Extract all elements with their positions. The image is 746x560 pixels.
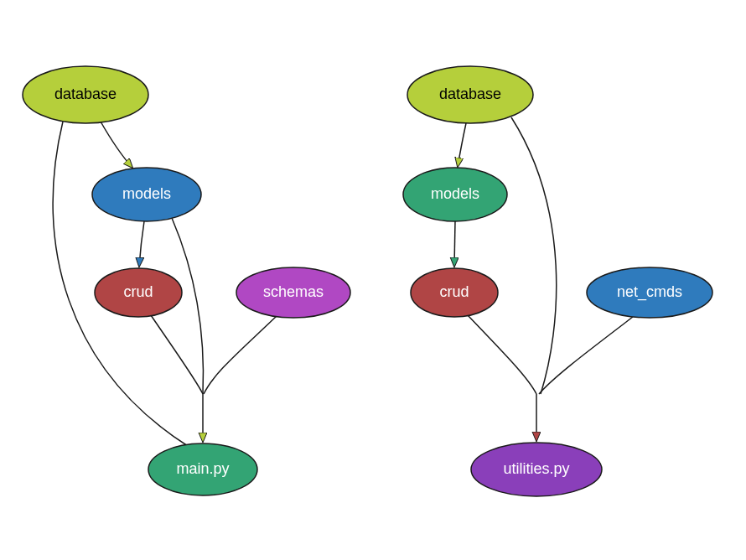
left-graph: database models crud schemas main.py: [23, 66, 350, 495]
edge-models-crud-r: [454, 221, 455, 267]
node-crud-right: crud: [411, 268, 498, 317]
node-database-left: database: [23, 66, 148, 123]
node-label: utilities.py: [503, 460, 569, 477]
edge-models-main: [172, 218, 204, 394]
right-graph: database models crud net_cmds utilities.…: [403, 66, 712, 496]
node-label: database: [54, 86, 117, 102]
node-database-right: database: [407, 66, 533, 123]
node-label: net_cmds: [617, 283, 682, 301]
node-label: models: [122, 185, 171, 202]
dependency-diagram: database models crud schemas main.py: [0, 0, 746, 560]
node-models-left: models: [92, 168, 201, 221]
edge-crud-util-r: [468, 315, 536, 394]
edge-models-crud: [139, 221, 144, 267]
node-main-left: main.py: [148, 443, 257, 495]
node-util-right: utilities.py: [471, 443, 602, 496]
node-schemas-left: schemas: [236, 267, 350, 318]
node-label: crud: [123, 283, 153, 300]
node-label: database: [439, 86, 501, 102]
edge-database-models-r: [458, 123, 466, 167]
edge-database-models: [101, 122, 132, 168]
edge-crud-main: [151, 315, 203, 394]
node-label: schemas: [263, 283, 324, 300]
node-label: main.py: [176, 460, 229, 477]
node-crud-left: crud: [95, 268, 182, 317]
node-label: models: [431, 185, 479, 202]
node-models-right: models: [403, 168, 507, 221]
node-netcmds-right: net_cmds: [587, 267, 712, 318]
edge-database-util-r: [511, 117, 557, 394]
edge-schemas-main: [204, 316, 277, 394]
node-label: crud: [439, 283, 469, 300]
edge-netcmds-util-r: [539, 317, 633, 394]
